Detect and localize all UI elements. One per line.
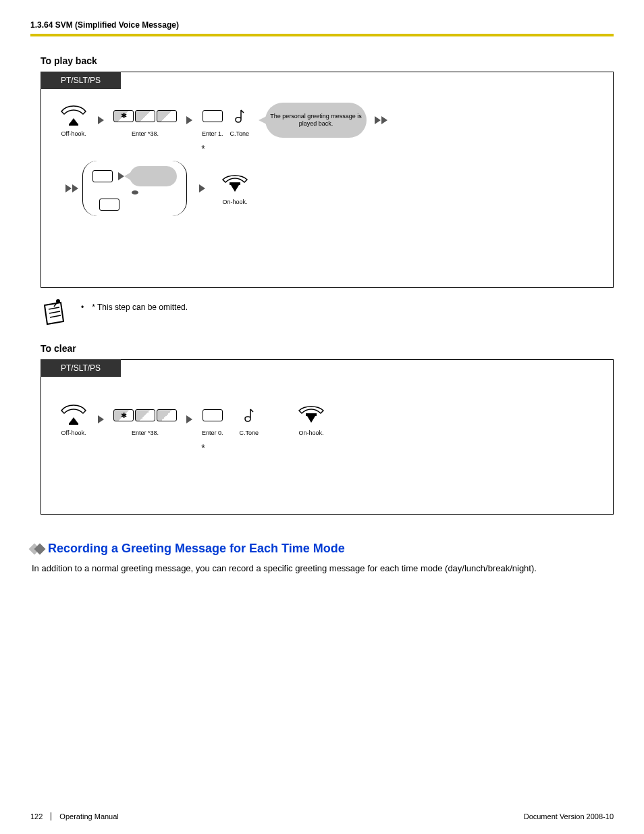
speech-bubble: The personal greeting message is played …	[265, 103, 367, 138]
offhook-icon	[59, 402, 88, 428]
doc-version: Document Version 2008-10	[524, 812, 614, 820]
page-number: 122	[30, 812, 51, 820]
page-footer: 122 Operating Manual Document Version 20…	[30, 812, 614, 820]
section-heading: Recording a Greeting Message for Each Ti…	[30, 542, 614, 556]
clear-diagram: PT/SLT/PS Off-hook. ✱ 3	[41, 359, 614, 515]
offhook-icon	[59, 103, 88, 129]
svg-rect-1	[230, 182, 240, 185]
enter0-label: Enter 0.	[202, 429, 223, 437]
arrow-icon	[118, 172, 124, 180]
asterisk-mark: *	[136, 442, 271, 453]
speech-bubble-small: Record a greeting message.	[130, 166, 177, 186]
offhook-label: Off-hook.	[61, 429, 86, 437]
tone-label: C.Tone	[230, 130, 250, 138]
tone-icon	[244, 402, 254, 428]
page-header: 1.3.64 SVM (Simplified Voice Message)	[30, 20, 614, 34]
arrow-icon	[98, 415, 104, 423]
playback-diagram: PT/SLT/PS Off-hook. ✱ 3	[41, 72, 614, 288]
enter1-label: Enter 1.	[202, 130, 223, 138]
playback-heading: To play back	[41, 55, 614, 66]
offhook-label: Off-hook.	[61, 130, 86, 138]
key-8: 8	[157, 110, 177, 122]
key-1: 1	[92, 170, 113, 182]
diagram-tab: PT/SLT/PS	[41, 72, 121, 89]
onhook-label: On-hook.	[222, 199, 247, 206]
note-row: • * This step can be omitted.	[41, 298, 614, 327]
speech-text: The personal greeting message is played …	[265, 113, 367, 128]
arrow-icon	[186, 116, 192, 124]
key-3: 3	[135, 409, 155, 421]
key-2: 2	[99, 199, 119, 211]
onhook-icon	[220, 172, 250, 197]
key-8: 8	[157, 409, 177, 421]
onhook-label: On-hook.	[299, 429, 324, 437]
diagram-tab: PT/SLT/PS	[41, 359, 121, 377]
svg-rect-0	[69, 124, 78, 126]
keypad-icon: ✱ 3 8	[113, 409, 177, 421]
key-star: ✱	[113, 409, 134, 421]
section-body: In addition to a normal greeting message…	[32, 563, 614, 575]
double-arrow-icon	[65, 184, 78, 192]
option-group: 1 Enter 1. Record a greeting message. OR…	[82, 161, 187, 216]
note-text: * This step can be omitted.	[92, 303, 188, 312]
svg-rect-8	[306, 413, 317, 416]
section-number: 1.3.64	[30, 20, 53, 30]
header-rule	[30, 34, 614, 36]
bullet: •	[81, 303, 84, 312]
clear-heading: To clear	[41, 343, 614, 354]
onhook-icon	[296, 402, 326, 428]
manual-name: Operating Manual	[51, 812, 118, 820]
key-3: 3	[135, 110, 155, 122]
section-heading-text: Recording a Greeting Message for Each Ti…	[48, 542, 345, 556]
double-arrow-icon	[375, 116, 387, 124]
key-0: 0	[203, 409, 223, 421]
arrow-icon	[186, 415, 192, 423]
section-title: SVM (Simplified Voice Message)	[55, 20, 179, 30]
asterisk-mark: *	[136, 143, 271, 154]
note-icon	[41, 298, 68, 327]
tone-icon	[234, 103, 245, 129]
keypad-icon: ✱ 3 8	[113, 110, 177, 122]
tone-label: C.Tone	[240, 429, 259, 437]
enter-code-label: Enter *38.	[132, 429, 159, 437]
enter-code-label: Enter *38.	[132, 130, 159, 138]
svg-rect-7	[69, 423, 78, 425]
or-divider: OR	[92, 190, 177, 194]
arrow-icon	[199, 184, 205, 192]
key-1: 1	[203, 110, 223, 122]
key-star: ✱	[113, 110, 134, 122]
arrow-icon	[98, 116, 104, 124]
diamond-bullet-icon	[30, 545, 41, 553]
